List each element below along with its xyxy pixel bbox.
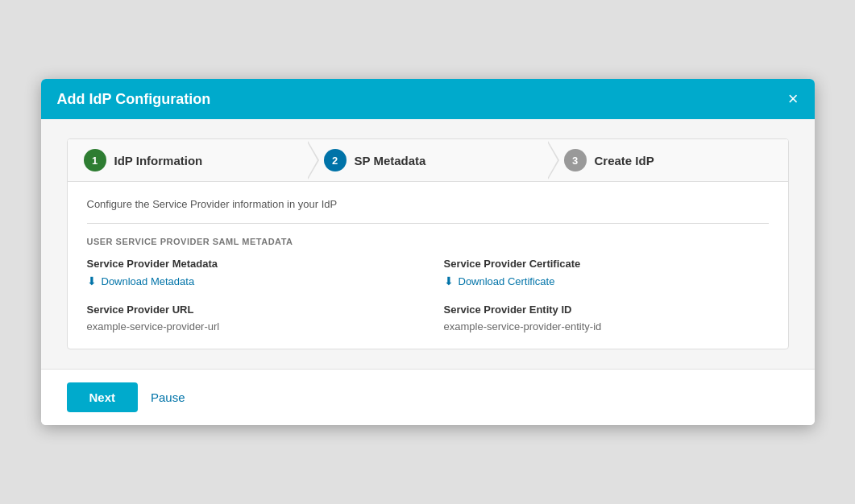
sp-entity-id-value: example-service-provider-entity-id	[444, 320, 769, 333]
sp-metadata-label: Service Provider Metadata	[87, 258, 412, 270]
sp-cert-label: Service Provider Certificate	[444, 258, 769, 270]
step-3-label: Create IdP	[595, 154, 654, 167]
download-cert-text: Download Certificate	[459, 275, 555, 287]
modal-title: Add IdP Configuration	[57, 91, 211, 108]
sp-url-value: example-service-provider-url	[87, 320, 412, 333]
download-metadata-icon: ⬇	[87, 275, 97, 287]
metadata-grid: Service Provider Metadata ⬇ Download Met…	[87, 258, 769, 333]
metadata-item-sp-entity-id: Service Provider Entity ID example-servi…	[444, 304, 769, 333]
steps-header: 1 IdP Information 2 SP Metadata 3 Create…	[68, 139, 788, 182]
section-label: USER SERVICE PROVIDER SAML METADATA	[87, 237, 769, 246]
close-button[interactable]: ×	[788, 90, 799, 108]
sp-url-label: Service Provider URL	[87, 304, 412, 316]
pause-button[interactable]: Pause	[151, 390, 185, 404]
modal-footer: Next Pause	[41, 369, 815, 425]
step-content: Configure the Service Provider informati…	[68, 182, 788, 349]
step-3-circle: 3	[564, 149, 587, 171]
step-3: 3 Create IdP	[548, 139, 788, 181]
add-idp-modal: Add IdP Configuration × 1 IdP Informatio…	[41, 79, 815, 425]
download-metadata-text: Download Metadata	[102, 275, 195, 287]
download-metadata-link[interactable]: ⬇ Download Metadata	[87, 275, 412, 287]
step-2-circle: 2	[324, 149, 347, 171]
step-1-label: IdP Information	[114, 154, 203, 167]
steps-container: 1 IdP Information 2 SP Metadata 3 Create…	[67, 138, 789, 349]
metadata-item-sp-url: Service Provider URL example-service-pro…	[87, 304, 412, 333]
step-1: 1 IdP Information	[68, 139, 308, 181]
step-2-label: SP Metadata	[355, 154, 426, 167]
download-cert-icon: ⬇	[444, 275, 454, 287]
download-certificate-link[interactable]: ⬇ Download Certificate	[444, 275, 769, 287]
metadata-item-sp-cert: Service Provider Certificate ⬇ Download …	[444, 258, 769, 287]
divider	[87, 223, 769, 224]
step-1-circle: 1	[84, 149, 106, 171]
metadata-item-sp-metadata: Service Provider Metadata ⬇ Download Met…	[87, 258, 412, 287]
sp-entity-id-label: Service Provider Entity ID	[444, 304, 769, 316]
modal-body: 1 IdP Information 2 SP Metadata 3 Create…	[41, 119, 815, 369]
step-2: 2 SP Metadata	[308, 139, 548, 181]
modal-header: Add IdP Configuration ×	[41, 79, 815, 119]
next-button[interactable]: Next	[67, 382, 139, 412]
step-description: Configure the Service Provider informati…	[87, 198, 769, 210]
